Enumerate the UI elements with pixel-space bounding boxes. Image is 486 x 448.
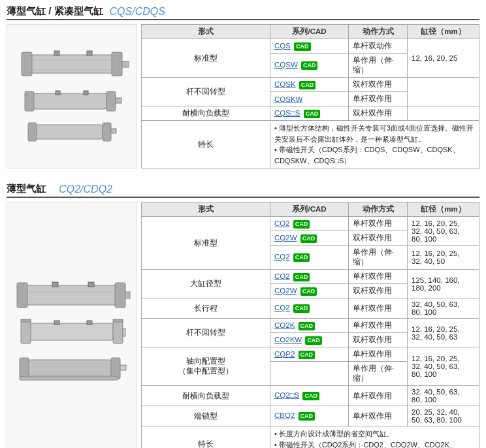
link-cq2-large[interactable]: CQ2 — [274, 272, 290, 280]
svg-rect-4 — [54, 51, 59, 56]
link-cbq2[interactable]: CBQ2 — [274, 411, 295, 419]
s2-header-bore: 缸径（mm） — [408, 202, 479, 217]
cad-cq2w-large[interactable]: CAD — [300, 287, 317, 296]
cylinder-svg-4 — [13, 279, 131, 313]
label-lateral: 耐横向负载型 — [142, 106, 270, 121]
svg-rect-12 — [56, 91, 60, 95]
cad-cq2kw[interactable]: CAD — [305, 336, 322, 345]
table-row: 耐横向负载型 CQS□S CAD 双杆双作用 — [142, 106, 479, 121]
section2-image — [7, 202, 137, 448]
bore-s2-std: 12, 16, 20, 25,32, 40, 50, 63,80, 100 — [408, 217, 479, 246]
cylinder-svg-6 — [16, 353, 127, 386]
svg-rect-16 — [103, 123, 111, 141]
cad-badge-cqsk[interactable]: CAD — [299, 81, 316, 89]
section1-title-en: CQS/CDQS — [110, 6, 165, 18]
table-row-feature2: 特长 •长度方向设计成薄型的省空间气缸。 •带磁性开关（CDQ2系列：CDQ2、… — [142, 426, 479, 449]
cad-cqp2[interactable]: CAD — [299, 351, 316, 359]
link-cqss[interactable]: CQS□S — [274, 109, 300, 117]
svg-rect-38 — [120, 365, 126, 370]
action-cqp2: 单杆双作用 — [349, 347, 408, 362]
svg-rect-35 — [20, 358, 29, 379]
action-cqsw: 单作用（伸·缩） — [349, 54, 408, 78]
link-cell-cqsk: CQSK CAD — [270, 78, 349, 92]
cad-cq2-s[interactable]: CAD — [293, 253, 310, 262]
label-s2-long: 长行程 — [142, 298, 270, 319]
link-cell-cqp2-s — [270, 362, 349, 386]
svg-rect-14 — [34, 125, 103, 139]
section2-title-en: CQ2/CDQ2 — [59, 184, 112, 195]
table-row: 标准型 CQ2 CAD 单杆双作用 12, 16, 20, 25,32, 40,… — [142, 217, 479, 231]
cylinder-svg-2 — [22, 88, 123, 116]
link-cq2kw[interactable]: CQ2KW — [274, 336, 302, 344]
svg-rect-17 — [111, 129, 116, 133]
link-cq2-s[interactable]: CQ2 — [274, 253, 290, 261]
section1-image — [7, 24, 137, 168]
section2-title-sep — [52, 184, 55, 195]
action-cq2-large: 单杆双作用 — [349, 270, 408, 284]
cad-cq2-large[interactable]: CAD — [293, 273, 310, 281]
svg-rect-26 — [28, 323, 113, 340]
link-cell-cqs: CQS CAD — [270, 39, 349, 54]
cad-cq2k[interactable]: CAD — [299, 322, 316, 330]
bore-lock: 20, 25, 32, 40,50, 63, 80, 100 — [408, 406, 479, 426]
link-cell-cq2w: CQ2W CAD — [270, 231, 349, 246]
link-cq2k[interactable]: CQ2K — [274, 321, 295, 329]
svg-rect-18 — [25, 285, 116, 305]
cad-cq2[interactable]: CAD — [293, 220, 310, 229]
link-cqs[interactable]: CQS — [274, 42, 291, 50]
svg-rect-9 — [25, 91, 34, 111]
link-cq2[interactable]: CQ2 — [274, 219, 290, 227]
action-cqskw: 单杆双作用 — [349, 92, 408, 106]
cad-badge-cqsw[interactable]: CAD — [301, 61, 318, 70]
svg-rect-11 — [116, 98, 122, 103]
cad-cq2w[interactable]: CAD — [300, 234, 317, 243]
link-cq2w-large[interactable]: CQ2W — [274, 287, 297, 295]
link-cq2s[interactable]: CQ2□S — [274, 391, 299, 399]
svg-rect-34 — [26, 360, 111, 376]
label-s2-feature: 特长 — [142, 426, 270, 449]
svg-rect-2 — [112, 52, 122, 76]
link-cqskw[interactable]: CQSKW — [274, 95, 302, 103]
section1-cylinders — [10, 25, 134, 168]
s2-header-action: 动作方式 — [349, 202, 408, 217]
cad-cq2s[interactable]: CAD — [302, 392, 319, 400]
feature-item-1: •薄型长方体结构，磁性开关专装可3面或4面位置选择。磁性开关安装后不会露出缸体外… — [274, 123, 475, 144]
header-form: 形式 — [142, 25, 270, 39]
label-s2-lock: 端锁型 — [142, 406, 270, 426]
link-cell-cq2k: CQ2K CAD — [270, 319, 349, 333]
table-row: 杆不回转型 CQSK CAD 双杆双作用 — [142, 78, 479, 92]
label-nonrot: 杆不回转型 — [142, 78, 270, 106]
link-cell-cq2-single: CQ2 CAD — [270, 246, 349, 270]
table-row: 耐横向负载型 CQ2□S CAD 单杆双作用 32, 40, 50, 63,80… — [142, 386, 479, 406]
link-cq2-long[interactable]: CQ2 — [274, 304, 290, 312]
svg-rect-23 — [88, 282, 94, 287]
divider — [0, 171, 486, 178]
svg-rect-28 — [113, 321, 123, 344]
cad-cbq2[interactable]: CAD — [299, 412, 316, 421]
action-cq2-s: 单作用（伸·缩） — [349, 246, 408, 270]
s2-header-form: 形式 — [142, 202, 270, 217]
bore-axial: 12, 16, 20, 25,32, 40, 50, 63,80, 100 — [408, 347, 479, 386]
bore-large: 125, 140, 160,180, 200 — [408, 270, 479, 298]
svg-rect-37 — [20, 377, 118, 380]
table-row-feature: 特长 •薄型长方体结构，磁性开关专装可3面或4面位置选择。磁性开关安装后不会露出… — [142, 121, 479, 168]
section2-title-cn: 薄型气缸 — [7, 183, 46, 195]
link-cqsk[interactable]: CQSK — [274, 80, 296, 88]
cad-badge-cqs[interactable]: CAD — [294, 42, 311, 51]
svg-rect-29 — [123, 328, 125, 336]
link-cell-cq2: CQ2 CAD — [270, 217, 349, 231]
svg-rect-19 — [17, 283, 27, 308]
link-cqp2[interactable]: CQP2 — [274, 350, 295, 358]
cad-cq2-long[interactable]: CAD — [293, 304, 310, 313]
link-cell-cqsw: CQSW CAD — [270, 54, 349, 78]
cad-badge-cqss[interactable]: CAD — [304, 110, 321, 118]
section2-content: 形式 系列/CAD 动作方式 缸径（mm） 标准型 CQ2 CAD 单杆双作用 … — [7, 202, 479, 448]
link-cqsw[interactable]: CQSW — [274, 61, 298, 69]
svg-rect-13 — [84, 91, 88, 95]
header-series: 系列/CAD — [270, 25, 349, 39]
table-row: 杆不回转型 CQ2K CAD 单杆双作用 12, 16, 20, 25,32, … — [142, 319, 479, 333]
svg-rect-33 — [113, 319, 123, 322]
section2-table: 形式 系列/CAD 动作方式 缸径（mm） 标准型 CQ2 CAD 单杆双作用 … — [141, 202, 479, 448]
link-cq2w[interactable]: CQ2W — [274, 234, 297, 242]
action-cq2kw: 双杆双作用 — [349, 333, 408, 347]
